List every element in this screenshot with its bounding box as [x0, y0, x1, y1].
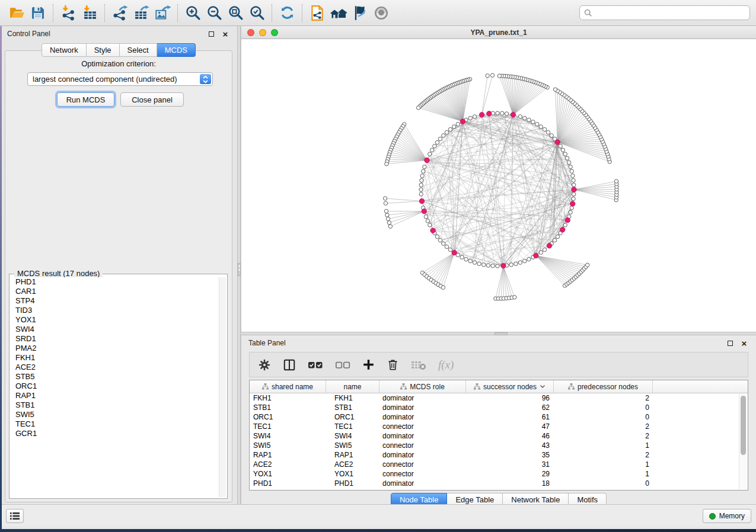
mcds-result-item[interactable]: STP4 — [11, 296, 219, 306]
houses-button[interactable] — [328, 2, 349, 24]
maximize-window-icon[interactable] — [271, 29, 278, 36]
zoom-fit-button[interactable] — [225, 2, 246, 24]
function-builder-button[interactable]: f(x) — [438, 358, 454, 371]
mcds-result-item[interactable]: FKH1 — [11, 353, 219, 363]
network-window-titlebar[interactable]: YPA_prune.txt_1 — [241, 26, 756, 39]
mcds-result-item[interactable]: SWI5 — [11, 410, 219, 419]
table-row[interactable]: STB1STB1dominator620 — [250, 403, 748, 412]
open-file-button[interactable] — [6, 2, 27, 24]
cell-MCDS-role: connector — [379, 422, 466, 431]
column-header-name[interactable]: name — [326, 380, 379, 393]
zoom-out-icon — [206, 5, 222, 21]
close-panel-button[interactable]: × — [221, 29, 230, 39]
global-search-field[interactable] — [579, 5, 750, 20]
control-panel: Control Panel × NetworkStyleSelectMCDS O… — [0, 26, 237, 507]
column-label: shared name — [272, 383, 313, 391]
mcds-result-item[interactable]: ACE2 — [11, 363, 219, 372]
mcds-result-item[interactable]: SWI4 — [11, 325, 219, 334]
table-row[interactable]: SWI4SWI4dominator462 — [250, 431, 748, 441]
mcds-result-item[interactable]: STB5 — [11, 372, 219, 382]
table-scrollbar[interactable] — [739, 394, 747, 489]
mcds-result-item[interactable]: TEC1 — [11, 419, 219, 429]
table-row[interactable]: TEC1TEC1connector472 — [250, 422, 748, 431]
mcds-result-item[interactable]: STB1 — [11, 400, 219, 410]
run-mcds-button[interactable]: Run MCDS — [57, 92, 114, 107]
eye-button[interactable] — [371, 2, 392, 24]
cell-successor-nodes: 62 — [466, 403, 554, 412]
show-columns-button[interactable] — [283, 358, 296, 371]
zoom-selected-button[interactable] — [246, 2, 267, 24]
network-view-window: YPA_prune.txt_1 — [241, 26, 756, 332]
table-row[interactable]: ORC1ORC1dominator610 — [250, 412, 748, 422]
mcds-list-scrollbar[interactable] — [219, 277, 226, 497]
float-table-panel-button[interactable] — [725, 338, 735, 348]
criterion-select[interactable]: largest connected component (undirected) — [27, 72, 213, 86]
network-graph[interactable] — [241, 39, 756, 332]
mcds-result-item[interactable]: YOX1 — [11, 315, 219, 325]
import-table-button[interactable] — [79, 2, 100, 24]
close-panel-button-mcds[interactable]: Close panel — [120, 92, 184, 107]
tab-network[interactable]: Network — [42, 43, 87, 57]
column-header-shared-name[interactable]: shared name — [250, 380, 326, 393]
cell-shared-name: STB1 — [250, 403, 326, 412]
table-row[interactable]: RAP1RAP1dominator352 — [250, 450, 748, 460]
cell-predecessor-nodes: 0 — [554, 403, 653, 412]
export-network-button[interactable] — [109, 2, 130, 24]
mcds-result-item[interactable]: ORC1 — [11, 382, 219, 391]
scrollbar-thumb[interactable] — [741, 396, 746, 455]
task-history-button[interactable] — [6, 509, 24, 523]
checked-boxes-icon — [308, 360, 323, 370]
network-document-icon — [309, 5, 326, 21]
mcds-result-item[interactable]: CAR1 — [11, 287, 219, 296]
network-canvas[interactable] — [241, 39, 756, 332]
refresh-button[interactable] — [276, 2, 298, 24]
mcds-result-item[interactable]: PMA2 — [11, 344, 219, 353]
column-header-MCDS-role[interactable]: MCDS role — [379, 380, 466, 393]
cell-MCDS-role: dominator — [379, 393, 466, 403]
splitter-grip[interactable] — [238, 263, 241, 276]
table-row[interactable]: YOX1YOX1connector291 — [250, 469, 748, 479]
zoom-in-button[interactable] — [182, 2, 203, 24]
table-settings-button[interactable] — [258, 358, 271, 371]
memory-button[interactable]: Memory — [703, 509, 751, 523]
column-header-successor-nodes[interactable]: successor nodes — [466, 380, 554, 393]
mcds-result-item[interactable]: GCR1 — [11, 429, 219, 438]
export-image-button[interactable] — [152, 2, 173, 24]
save-session-button[interactable] — [27, 2, 49, 24]
import-network-button[interactable] — [58, 2, 79, 24]
table-row[interactable]: FKH1FKH1dominator962 — [250, 393, 748, 403]
close-table-panel-button[interactable]: × — [739, 338, 749, 348]
window-controls — [247, 29, 278, 36]
houses-icon — [330, 4, 347, 22]
deselect-all-button[interactable] — [335, 360, 350, 370]
mcds-result-item[interactable]: TID3 — [11, 306, 219, 315]
add-column-button[interactable] — [362, 358, 375, 371]
mcds-result-list[interactable]: PHD1CAR1STP4TID3YOX1SWI4SRD1PMA2FKH1ACE2… — [11, 277, 219, 497]
select-all-button[interactable] — [308, 360, 323, 370]
table-row[interactable]: PHD1PHD1dominator180 — [250, 479, 748, 488]
flag-button[interactable] — [349, 2, 371, 24]
tab-mcds[interactable]: MCDS — [157, 43, 196, 57]
table-row[interactable]: SWI5SWI5connector431 — [250, 441, 748, 450]
delete-column-button[interactable] — [387, 358, 399, 371]
mcds-result-item[interactable]: SRD1 — [11, 334, 219, 344]
float-panel-button[interactable] — [206, 29, 216, 39]
mcds-result-item[interactable]: PHD1 — [11, 277, 219, 287]
network-document-button[interactable] — [307, 2, 328, 24]
zoom-out-button[interactable] — [203, 2, 225, 24]
close-window-icon[interactable] — [247, 29, 254, 36]
tab-style[interactable]: Style — [87, 43, 120, 57]
table-row[interactable]: ACE2ACE2connector311 — [250, 460, 748, 469]
mcds-result-item[interactable]: RAP1 — [11, 391, 219, 400]
export-table-button[interactable] — [130, 2, 152, 24]
tab-select[interactable]: Select — [120, 43, 157, 57]
minimize-window-icon[interactable] — [259, 29, 266, 36]
delete-table-button[interactable] — [411, 359, 426, 371]
search-input[interactable] — [595, 8, 745, 18]
trash-icon — [387, 358, 399, 371]
main-area: Control Panel × NetworkStyleSelectMCDS O… — [0, 26, 756, 507]
cell-successor-nodes: 18 — [466, 479, 554, 488]
status-bar: Memory — [0, 504, 756, 526]
cell-MCDS-role: connector — [379, 469, 466, 479]
column-header-predecessor-nodes[interactable]: predecessor nodes — [554, 380, 653, 393]
